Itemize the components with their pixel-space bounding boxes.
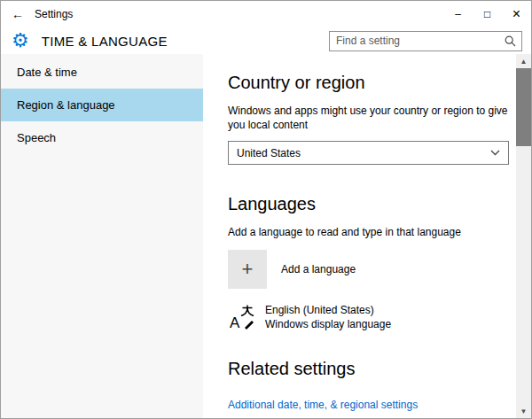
add-language-button[interactable]: + Add a language bbox=[228, 250, 509, 289]
language-text: English (United States) Windows display … bbox=[265, 303, 391, 331]
language-name: English (United States) bbox=[265, 303, 391, 317]
main-content: Country or region Windows and apps might… bbox=[203, 54, 516, 418]
sidebar-item-speech[interactable]: Speech bbox=[1, 121, 203, 154]
country-dropdown-value: United States bbox=[237, 147, 301, 159]
maximize-icon: □ bbox=[484, 8, 490, 20]
close-icon: × bbox=[512, 6, 520, 22]
languages-heading: Languages bbox=[228, 193, 509, 214]
country-region-description: Windows and apps might use your country … bbox=[228, 104, 509, 132]
language-detail: Windows display language bbox=[265, 317, 391, 331]
country-dropdown[interactable]: United States bbox=[228, 141, 509, 165]
additional-settings-link[interactable]: Additional date, time, & regional settin… bbox=[228, 399, 418, 411]
add-language-label: Add a language bbox=[281, 263, 356, 275]
sidebar-item-label: Region & language bbox=[17, 98, 115, 112]
plus-glyph: + bbox=[242, 258, 254, 281]
titlebar: ← Settings – □ × bbox=[1, 1, 531, 27]
scroll-up-button[interactable]: ▲ bbox=[516, 54, 531, 68]
minimize-icon: – bbox=[455, 8, 461, 20]
sidebar-item-date-time[interactable]: Date & time bbox=[1, 56, 203, 89]
window-controls: – □ × bbox=[443, 1, 531, 27]
language-icon: A bbox=[228, 304, 254, 330]
search-input[interactable] bbox=[330, 35, 505, 47]
back-arrow-icon: ← bbox=[12, 7, 24, 21]
search-box[interactable] bbox=[329, 31, 522, 51]
languages-description: Add a language to read and type in that … bbox=[228, 225, 509, 239]
plus-icon: + bbox=[228, 250, 267, 289]
minimize-button[interactable]: – bbox=[443, 1, 473, 27]
sidebar: Date & time Region & language Speech bbox=[1, 54, 203, 418]
maximize-button[interactable]: □ bbox=[473, 1, 502, 27]
settings-window: ← Settings – □ × ⚙ TIME & LANGUAGE bbox=[0, 0, 532, 419]
scrollbar[interactable]: ▲ ▼ bbox=[516, 54, 531, 418]
sidebar-item-label: Date & time bbox=[17, 66, 77, 79]
scrollbar-thumb[interactable] bbox=[516, 68, 531, 146]
scroll-up-icon: ▲ bbox=[520, 58, 528, 66]
gear-icon: ⚙ bbox=[12, 31, 29, 50]
scroll-down-icon: ▼ bbox=[520, 407, 528, 415]
page-title: TIME & LANGUAGE bbox=[42, 34, 168, 49]
body: Date & time Region & language Speech Cou… bbox=[1, 54, 531, 418]
search-icon[interactable] bbox=[505, 35, 516, 47]
sidebar-item-label: Speech bbox=[17, 131, 56, 144]
back-button[interactable]: ← bbox=[1, 1, 35, 27]
header: ⚙ TIME & LANGUAGE bbox=[1, 27, 531, 54]
chevron-down-icon bbox=[490, 150, 500, 156]
sidebar-item-region-language[interactable]: Region & language bbox=[1, 89, 203, 121]
close-button[interactable]: × bbox=[502, 1, 531, 27]
scroll-down-button[interactable]: ▼ bbox=[516, 404, 531, 418]
language-icon-letter: A bbox=[230, 314, 240, 330]
language-item[interactable]: A English (United States) Windows displa… bbox=[228, 303, 509, 331]
related-settings-heading: Related settings bbox=[228, 358, 509, 379]
country-region-heading: Country or region bbox=[228, 72, 509, 93]
window-title: Settings bbox=[35, 8, 73, 20]
